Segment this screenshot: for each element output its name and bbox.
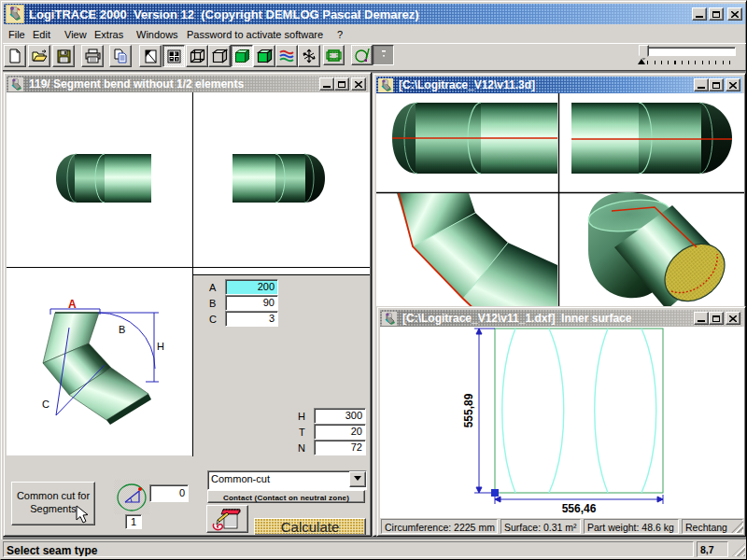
- circumference-value: Circumference: 2225 mm: [385, 522, 495, 533]
- rotate-view-button[interactable]: [298, 45, 320, 67]
- param-a-field[interactable]: 200: [225, 279, 278, 295]
- seam-type-combobox[interactable]: Common-cut: [207, 470, 367, 490]
- open-file-button[interactable]: [28, 45, 50, 67]
- menu-view[interactable]: View: [64, 29, 87, 40]
- new-file-icon: [7, 49, 22, 63]
- shaded-cube-button[interactable]: [231, 45, 253, 67]
- segments-button-line1: Common cut for: [17, 490, 90, 501]
- resize-grip[interactable]: [732, 543, 745, 556]
- copy-button[interactable]: [109, 45, 132, 67]
- menu-help[interactable]: ?: [337, 29, 343, 40]
- solid-cube-icon: [257, 49, 273, 64]
- notes-button[interactable]: [206, 505, 248, 533]
- wireframe-cube-button[interactable]: [186, 45, 208, 67]
- four-views-button[interactable]: [162, 45, 185, 67]
- form-top-strip: [193, 268, 370, 275]
- diagram-label-b: B: [119, 324, 125, 335]
- zoom-slider-thumb[interactable]: [639, 45, 649, 60]
- seam-angle-field[interactable]: 0: [149, 484, 189, 502]
- contact-button[interactable]: Contact (Contact on neutral zone): [207, 490, 365, 503]
- segment-window: 119/ Segment bend without 1/2 elements: [3, 72, 372, 537]
- seam-angle-value: 0: [179, 487, 185, 498]
- combobox-dropdown-button[interactable]: [349, 471, 366, 487]
- surface-status-weight: Part weight: 48.6 kg: [584, 519, 679, 534]
- minimize-icon: [696, 16, 703, 18]
- new-file-button[interactable]: [4, 45, 26, 67]
- hidden-line-cube-icon: [212, 49, 228, 64]
- segments-button-line2: Segments: [30, 503, 77, 514]
- surface-minimize-button[interactable]: [694, 312, 709, 325]
- segment-view-right[interactable]: [193, 92, 370, 267]
- zoom-slider[interactable]: [637, 45, 736, 67]
- surface-maximize-button[interactable]: [709, 312, 724, 325]
- status-value: 8,7: [700, 544, 714, 555]
- save-button[interactable]: [52, 45, 75, 67]
- solid-cube-button[interactable]: [253, 45, 275, 67]
- part-weight-value: Part weight: 48.6 kg: [587, 522, 674, 533]
- surface-status-bar: Circumference: 2225 mm Surface: 0.31 m² …: [380, 518, 744, 535]
- hidden-line-cube-button[interactable]: [208, 45, 231, 67]
- model-close-button[interactable]: [726, 78, 740, 91]
- window-controls: [694, 78, 742, 91]
- surface-canvas[interactable]: 555,89 556,46: [380, 327, 744, 518]
- segment-view-left[interactable]: [7, 92, 192, 267]
- zoom-slider-groove[interactable]: [639, 47, 736, 56]
- seam-type-selected: Common-cut: [211, 473, 270, 484]
- model-maximize-button[interactable]: [709, 78, 724, 91]
- minimize-icon: [698, 87, 705, 89]
- surface-close-button[interactable]: [726, 312, 740, 325]
- close-icon: [355, 81, 362, 88]
- common-cut-segments-button[interactable]: Common cut for Segments: [11, 482, 95, 525]
- surface-window: [C:\Logitrace_V12\v11_1.dxf] Inner surfa…: [376, 306, 746, 537]
- main-title-text: LogiTRACE 2000 Version 12 (Copyright DEM…: [29, 7, 419, 21]
- rotate-arrows-icon: [302, 49, 317, 63]
- param-h-value: 300: [345, 410, 362, 421]
- window-controls: [319, 77, 368, 91]
- param-t-label: T: [299, 427, 305, 438]
- menu-bar: File Edit View Extras Windows Password t…: [1, 26, 747, 44]
- param-n-field[interactable]: 72: [314, 440, 366, 455]
- segment-minimize-button[interactable]: [319, 77, 334, 91]
- mini-cylinder-right: [233, 154, 325, 203]
- menu-windows[interactable]: Windows: [136, 29, 178, 40]
- param-c-value: 3: [269, 313, 275, 324]
- viewport-elbow-3d: [586, 192, 736, 313]
- stop-tool-button[interactable]: [373, 45, 394, 65]
- zoom-slider-arrow: [638, 59, 645, 64]
- model-window-title-bar: [C:\Logitrace_V12\v11.3d]: [376, 77, 742, 93]
- surface-value: Surface: 0.31 m²: [504, 522, 577, 533]
- maximize-button[interactable]: [709, 7, 724, 21]
- param-a-value: 200: [258, 281, 275, 292]
- param-b-field[interactable]: 90: [225, 295, 278, 311]
- param-h-field[interactable]: 300: [314, 408, 366, 424]
- chevron-down-icon: [354, 476, 361, 481]
- param-t-field[interactable]: 20: [314, 424, 366, 440]
- single-view-button[interactable]: [139, 45, 162, 67]
- maximize-icon: [712, 315, 720, 322]
- shaded-cube-icon: [234, 49, 250, 64]
- menu-edit[interactable]: Edit: [33, 29, 50, 40]
- seam-count-field[interactable]: 1: [125, 514, 142, 529]
- param-c-field[interactable]: 3: [225, 311, 278, 327]
- menu-password[interactable]: Password to activate software: [187, 29, 323, 40]
- segment-diagram[interactable]: A B H C: [7, 268, 192, 455]
- segment-close-button[interactable]: [351, 77, 366, 91]
- close-icon: [729, 315, 737, 322]
- menu-extras[interactable]: Extras: [94, 29, 123, 40]
- calculate-button[interactable]: Calculate: [254, 518, 366, 535]
- floppy-disk-icon: [57, 49, 71, 63]
- cursor-arrow-icon: [76, 505, 91, 525]
- print-button[interactable]: [81, 45, 104, 67]
- surface-status-circumference: Circumference: 2225 mm: [381, 519, 498, 534]
- measure-contour-button[interactable]: [351, 45, 373, 65]
- selection-frame-button[interactable]: [323, 45, 345, 65]
- segment-maximize-button[interactable]: [334, 77, 349, 91]
- close-button[interactable]: [727, 7, 742, 21]
- model-minimize-button[interactable]: [694, 78, 709, 91]
- single-view-icon: [144, 49, 158, 63]
- material-colors-button[interactable]: [275, 45, 298, 67]
- minimize-button[interactable]: [692, 7, 707, 21]
- param-b-label: B: [209, 298, 216, 309]
- maximize-icon: [712, 11, 720, 18]
- menu-file[interactable]: File: [8, 29, 25, 40]
